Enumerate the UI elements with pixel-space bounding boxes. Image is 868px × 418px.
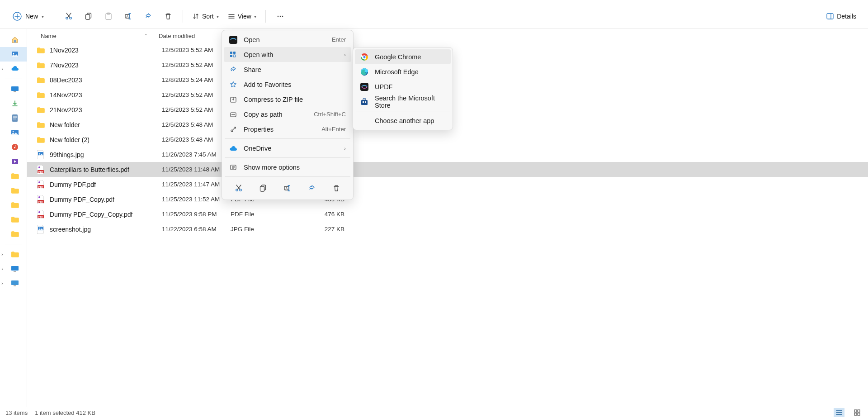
nav-desktop[interactable] (0, 82, 27, 96)
nav-pinned-2[interactable] (0, 183, 27, 198)
svg-point-40 (38, 211, 40, 213)
rename-button[interactable]: A (119, 8, 137, 24)
sort-button[interactable]: Sort ▾ (189, 10, 222, 23)
ctx-open-with[interactable]: Open with › (224, 47, 351, 62)
nav-thispc[interactable]: › (0, 261, 27, 276)
chevron-right-icon: › (344, 52, 346, 57)
status-selection: 1 item selected 412 KB (35, 409, 95, 416)
svg-point-42 (39, 228, 40, 228)
file-date: 11/25/2023 11:48 AM (162, 166, 231, 173)
ctx-copy-path[interactable]: Copy as path Ctrl+Shift+C (224, 107, 351, 122)
submenu-store[interactable]: Search the Microsoft Store (355, 94, 451, 109)
ctx-more-options[interactable]: Show more options (224, 160, 351, 175)
ctx-copy-button[interactable] (255, 180, 271, 196)
nav-documents[interactable] (0, 111, 27, 125)
file-row[interactable]: 99things.jpg11/26/2023 7:45 AM (27, 147, 868, 162)
more-button[interactable] (271, 8, 289, 24)
file-name: 21Nov2023 (50, 106, 162, 114)
svg-point-37 (38, 196, 40, 198)
nav-pictures[interactable] (0, 125, 27, 140)
view-details-button[interactable] (834, 408, 844, 417)
file-type: JPG File (231, 226, 299, 233)
ctx-favorites[interactable]: Add to Favorites (224, 77, 351, 92)
share-button[interactable] (139, 8, 157, 24)
nav-onedrive[interactable]: › (0, 62, 27, 76)
nav-pinned-1[interactable] (0, 169, 27, 183)
cut-icon (235, 184, 243, 192)
copy-button[interactable] (80, 8, 98, 24)
view-button[interactable]: View ▾ (224, 10, 260, 23)
svg-rect-12 (827, 14, 833, 19)
svg-text:PDF: PDF (38, 185, 44, 188)
file-row[interactable]: PDFDummy PDF_Copy_Copy.pdf11/25/2023 9:5… (27, 207, 868, 222)
ctx-share[interactable]: Share (224, 62, 351, 77)
svg-rect-64 (365, 101, 366, 103)
submenu-another[interactable]: Choose another app (355, 113, 451, 128)
cut-button[interactable] (60, 8, 78, 24)
chevron-right-icon: › (0, 66, 5, 71)
svg-rect-25 (11, 280, 19, 285)
nav-network[interactable]: › (0, 276, 27, 290)
nav-pinned-3[interactable] (0, 198, 27, 212)
nav-videos[interactable] (0, 154, 27, 169)
file-row[interactable]: screenshot.jpg11/22/2023 6:58 AMJPG File… (27, 222, 868, 237)
paste-button[interactable] (99, 8, 118, 24)
submenu-chrome[interactable]: Google Chrome (355, 49, 451, 64)
nav-music[interactable] (0, 140, 27, 154)
separator (225, 176, 350, 177)
ctx-properties[interactable]: Properties Alt+Enter (224, 122, 351, 137)
submenu-updf[interactable]: UPDF (355, 79, 451, 94)
sort-icon (192, 13, 199, 20)
ctx-onedrive[interactable]: OneDrive › (224, 141, 351, 156)
new-button[interactable]: New ▾ (8, 9, 48, 24)
details-pane-button[interactable]: Details (822, 10, 860, 23)
svg-rect-45 (233, 52, 236, 54)
delete-button[interactable] (159, 8, 177, 24)
paste-icon (104, 12, 113, 20)
ctx-rename-button[interactable]: A (280, 180, 295, 196)
nav-thispc-folder[interactable]: › (0, 247, 27, 261)
svg-rect-17 (14, 91, 16, 92)
file-name: 99things.jpg (50, 151, 162, 158)
ctx-delete-button[interactable] (329, 180, 344, 196)
onedrive-icon (229, 144, 237, 152)
new-label: New (25, 13, 38, 20)
copy-icon (85, 12, 93, 20)
nav-downloads[interactable] (0, 96, 27, 111)
file-row[interactable]: New folder (2)12/5/2023 5:48 AM (27, 132, 868, 147)
nav-home[interactable] (0, 33, 27, 47)
ctx-share-button[interactable] (304, 180, 320, 196)
file-date: 11/25/2023 11:52 AM (162, 196, 231, 203)
svg-rect-13 (14, 40, 16, 43)
col-date[interactable]: Date modified (153, 29, 222, 43)
zip-icon (229, 95, 237, 104)
share-icon (308, 184, 316, 192)
file-name: Dummy PDF.pdf (50, 181, 162, 188)
file-row[interactable]: PDFDummy PDF_Copy.pdf11/25/2023 11:52 AM… (27, 192, 868, 207)
file-row[interactable]: PDFCaterpillars to Butterflies.pdf11/25/… (27, 162, 868, 177)
column-headers: Name⌃ Date modified (27, 29, 868, 43)
file-row[interactable]: PDFDummy PDF.pdf11/25/2023 11:47 AM (27, 177, 868, 192)
app-icon (229, 36, 237, 44)
file-date: 12/5/2023 5:52 AM (162, 47, 231, 53)
submenu-edge[interactable]: Microsoft Edge (355, 64, 451, 79)
svg-point-34 (38, 181, 40, 183)
svg-point-59 (363, 55, 366, 58)
folder-icon (11, 172, 19, 180)
nav-gallery[interactable] (0, 47, 27, 62)
list-icon (836, 409, 842, 416)
ctx-cut-button[interactable] (231, 180, 246, 196)
svg-rect-62 (361, 100, 368, 105)
nav-pinned-5[interactable] (0, 227, 27, 241)
ctx-zip[interactable]: Compress to ZIP file (224, 92, 351, 107)
nav-pinned-4[interactable] (0, 212, 27, 227)
ctx-open[interactable]: Open Enter (224, 32, 351, 47)
chevron-down-icon: ▾ (254, 14, 256, 19)
svg-point-31 (38, 166, 40, 168)
pictures-icon (11, 128, 19, 137)
music-icon (11, 143, 19, 151)
desktop-icon (11, 85, 19, 93)
view-thumbnails-button[interactable] (852, 408, 863, 417)
file-size: 476 KB (299, 211, 344, 218)
col-name[interactable]: Name⌃ (27, 29, 153, 43)
